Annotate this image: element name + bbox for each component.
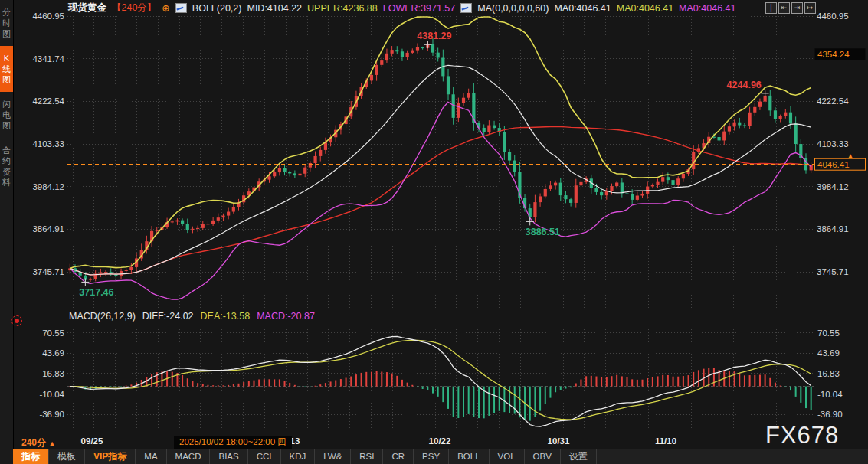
chart-mode-sidebar: 分时图 K线图 闪电图 合约资料 [0,0,14,464]
tab-vol[interactable]: VOL [490,449,525,464]
tab-rsi[interactable]: RSI [351,449,383,464]
sidebar-item-lightning-chart[interactable]: 闪电图 [0,92,13,138]
macd-header: MACD(26,12,9) DIFF:-24.02 DEA:-13.58 MAC… [69,311,315,322]
ma-label: MA(0,0,0,0,0,60) [477,3,549,14]
svg-text:3864.91: 3864.91 [817,224,849,234]
tab-indicators[interactable]: 指标 [13,449,49,464]
svg-text:4354.24: 4354.24 [817,50,850,59]
indicator-toolbar: 指标 模板 VIP指标 MA MACD BIAS CCI KDJ LW& RSI… [13,449,868,464]
tab-macd[interactable]: MACD [167,449,211,464]
symbol-name: 现货黄金 [68,2,106,15]
period-label: 【240分】 [112,2,156,15]
svg-text:-10.04: -10.04 [39,390,64,399]
tab-obv[interactable]: OBV [525,449,561,464]
svg-text:3886.51: 3886.51 [526,227,560,237]
link-icon[interactable]: ⊕ [162,2,169,14]
svg-text:70.55: 70.55 [817,328,840,338]
macd-diff-value: DIFF:-24.02 [142,311,194,322]
svg-text:4244.96: 4244.96 [727,80,762,90]
ma-indicator-icon[interactable] [460,3,472,13]
ma-value-1: MA0:4046.41 [554,3,611,14]
svg-text:4460.95: 4460.95 [817,11,849,21]
x-axis-row: 240分 ▲ 09/2510/1310/2210/3111/10 2025/10… [13,435,868,449]
x-axis-tick: 09/25 [81,436,103,446]
boll-indicator-icon[interactable] [175,3,187,13]
sidebar-item-timeline-chart[interactable]: 分时图 [0,0,13,46]
boll-label: BOLL(20,2) [192,3,242,14]
chart-header: 现货黄金 【240分】 ⊕ BOLL(20,2) MID:4104.22 UPP… [68,2,735,15]
svg-text:16.83: 16.83 [817,369,840,378]
scale-left-icon[interactable]: ⇤ [778,2,790,14]
svg-text:▲: ▲ [847,152,853,159]
axis-labels: 4460.954341.744222.544103.333984.123864.… [32,11,849,419]
crosshair-icon[interactable]: ┼ [765,2,777,14]
boll-mid-value: MID:4104.22 [247,3,302,14]
svg-text:70.55: 70.55 [42,328,64,338]
candlesticks [68,38,813,283]
period-selector-label: 240分 [21,437,46,448]
svg-text:43.69: 43.69 [42,348,64,358]
svg-text:3864.91: 3864.91 [32,224,64,234]
price-chart-canvas: ▲4046.414354.244460.954341.744222.544103… [0,0,868,464]
scale-right-icon[interactable]: ⇥ [791,2,803,14]
hot-marker-icon[interactable] [11,315,22,326]
tab-cci[interactable]: CCI [248,449,281,464]
watermark: FX678 [765,422,839,449]
x-axis-tick: 10/31 [548,436,570,446]
svg-text:4222.54: 4222.54 [32,96,64,106]
svg-text:-36.90: -36.90 [817,410,843,419]
tab-cr[interactable]: CR [383,449,414,464]
chevron-up-icon: ▲ [48,439,55,447]
tab-lw[interactable]: LW& [315,449,351,464]
chart-tools: ┼ ⇤ ⇥ ↦ [765,2,816,14]
macd-label: MACD(26,12,9) [69,311,136,322]
svg-text:3984.12: 3984.12 [32,182,64,191]
macd-histogram [69,368,811,420]
svg-text:4046.41: 4046.41 [817,160,850,169]
macd-macd-value: MACD:-20.87 [257,311,315,322]
tab-kdj[interactable]: KDJ [281,449,316,464]
svg-text:-10.04: -10.04 [817,390,843,399]
current-price-marker: ▲4046.41 [815,152,866,171]
crosshair-date-tooltip: 2025/10/02 18:00~22:00 四 [174,436,292,449]
boll-mid-line [70,65,811,275]
tab-bias[interactable]: BIAS [210,449,247,464]
macd-dif-line [70,336,811,426]
x-axis-tick: 11/10 [655,436,676,446]
svg-text:4460.95: 4460.95 [32,11,64,21]
sidebar-item-contract-info[interactable]: 合约资料 [0,138,13,194]
tab-boll[interactable]: BOLL [449,449,489,464]
svg-text:3717.46: 3717.46 [79,287,113,298]
boll-lower-line [70,102,811,299]
tab-psy[interactable]: PSY [414,449,449,464]
boll-upper-line [70,17,811,268]
period-selector[interactable]: 240分 ▲ [21,436,55,449]
svg-text:3745.71: 3745.71 [817,267,849,276]
sidebar-item-candlestick-chart[interactable]: K线图 [0,46,13,92]
svg-text:4381.29: 4381.29 [417,31,451,41]
trading-chart-window: ▲4046.414354.244460.954341.744222.544103… [0,0,868,464]
svg-text:4103.33: 4103.33 [32,139,64,149]
session-high-marker: 4354.24 [815,48,866,60]
boll-lower-value: LOWER:3971.57 [383,3,456,14]
svg-text:4222.54: 4222.54 [817,96,849,106]
boll-upper-value: UPPER:4236.88 [307,3,378,14]
ma-value-3: MA0:4046.41 [679,3,735,14]
svg-text:43.69: 43.69 [817,348,840,358]
ma-value-2: MA0:4046.41 [617,3,673,14]
tab-ma[interactable]: MA [136,449,166,464]
svg-text:3984.12: 3984.12 [817,182,849,191]
svg-text:4103.33: 4103.33 [817,139,849,149]
x-axis-tick: 10/22 [429,436,451,446]
svg-text:-36.90: -36.90 [39,410,64,419]
tab-templates[interactable]: 模板 [49,449,85,464]
tab-settings[interactable]: 设置 [561,449,597,464]
macd-dea-value: DEA:-13.58 [201,311,251,322]
svg-text:4341.74: 4341.74 [32,54,64,64]
svg-text:16.83: 16.83 [42,369,64,378]
pan-right-icon[interactable]: ↦ [804,2,816,14]
tab-vip-indicators[interactable]: VIP指标 [85,449,136,464]
svg-text:3745.71: 3745.71 [32,267,64,276]
